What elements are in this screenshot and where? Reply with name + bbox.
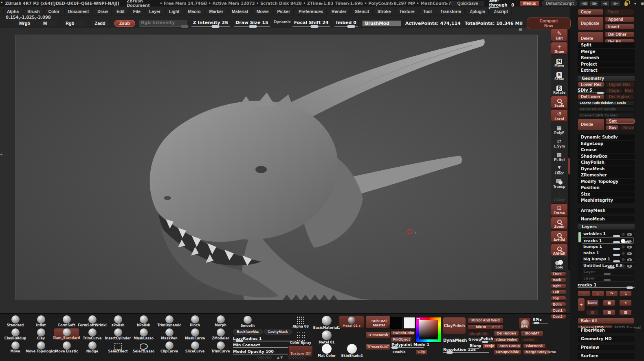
menu-item[interactable]: Draw [94,8,112,15]
suv-button[interactable]: Suv [606,125,619,130]
layer-row[interactable]: noise 1 [582,250,634,257]
layer-name-button[interactable]: Name [586,300,599,306]
polypaint-thumb[interactable] [391,346,398,349]
brush-item[interactable]: Clay [28,328,54,340]
view-button[interactable]: Front [551,271,566,276]
view-button[interactable]: Rght [551,284,566,288]
layer-row[interactable]: Untitled Layer 0.8 [582,263,634,269]
tpose-mesh-button[interactable]: TPoseMesh [365,332,391,338]
paste-button[interactable]: Paste [605,9,634,15]
menus-toggle-button[interactable]: Menus [519,0,540,6]
brush-item[interactable]: Move Elastic [54,341,79,353]
del-mt-button[interactable]: DelMT [521,337,538,343]
draw-size-thumb[interactable] [249,25,257,28]
layer-redo-button[interactable]: ↷ [605,291,618,297]
window-prev-icon[interactable]: ◂▣ [601,1,609,6]
menu-item[interactable]: Macro [185,8,204,15]
menu-item[interactable]: Edit [113,8,128,15]
tpose-subtool-button[interactable]: TPose▸SubT [365,343,391,350]
layers-header[interactable]: Layers [578,224,635,229]
panel-section-row[interactable]: Crease [578,147,635,153]
layers-scroll-indicator[interactable] [578,232,581,242]
del-higher-button[interactable]: Del Higher [606,94,635,99]
brush-item[interactable]: Nudge [79,341,105,353]
panel-section-row[interactable]: Remesh [578,55,635,61]
menu-item[interactable]: Light [165,8,183,15]
brush-item[interactable]: MaskPen [156,328,182,340]
higher-res-button[interactable]: Higher Res [606,82,635,87]
brush-item[interactable]: ClayBuildup [2,328,28,340]
point-selection-button[interactable]: ▩ Pt Sel [551,150,568,162]
layer-slider-thumb[interactable] [613,241,620,243]
menu-item[interactable]: Texture [396,8,418,15]
layer-intensity-dot[interactable] [622,245,625,249]
edit-mode-button[interactable]: ✎ Edit [551,29,568,41]
panel-section-row[interactable]: Dynamic Subdiv [578,134,635,140]
polish-thumb[interactable] [482,341,488,343]
reconstruct-subdiv-button[interactable]: Reconstruct Subdiv [578,106,635,112]
menu-item[interactable]: Zplugin [466,8,489,15]
z-intensity-slider[interactable]: Z Intensity 26 [191,20,230,27]
claypolish-button[interactable]: ClayPolish [443,317,466,334]
zoom-button[interactable]: Zoom [551,217,568,229]
del-other-button[interactable]: Del Other [605,31,634,37]
backface-mask-button[interactable]: BackfaceMa: [233,329,263,335]
floor-grid-button[interactable]: ▼ Floor [551,163,568,176]
shelf-scrollbar[interactable] [568,29,570,270]
store-mt-button[interactable]: StoreMT [521,331,543,336]
auto-group-button[interactable]: Auto Group [497,343,521,349]
layer-slider-thumb[interactable] [613,254,620,256]
material-metal[interactable]: Metal 01 [314,330,340,344]
texture-selector[interactable]: Texture Off [288,346,313,357]
insert-button[interactable]: Insert [605,24,634,30]
move-mode-button[interactable]: M Move [551,55,568,68]
copy-button[interactable]: Copy [578,9,604,15]
subtool-master-button[interactable]: SubTool Master [365,316,391,328]
panel-section-row[interactable]: Geometry HD [578,336,635,342]
layer-row[interactable]: Layer [582,275,634,282]
panel-section-row[interactable]: Modify Topology [578,179,635,185]
layer-visibility-eye-icon[interactable] [627,233,632,236]
color-picker[interactable] [415,317,441,343]
tray-scroll-arrows[interactable]: ▲▼ [272,355,288,360]
group-visible-button[interactable]: GroupVisible [494,350,521,355]
polyframe-button[interactable]: ▦ PolyF [551,123,568,135]
layer-row[interactable]: cracks 1 REC [582,238,634,244]
shelf-scroll-thumb[interactable] [568,158,570,174]
color-picker-gradient[interactable] [419,320,438,339]
switch-color-button[interactable]: SwitchColor [391,330,414,336]
frame-button[interactable]: ⊡ Frame [551,203,568,216]
sdiv-slider[interactable]: SDiv 5 [578,88,604,93]
compact-now-button[interactable]: Compact Now [527,18,571,29]
duplicate-layer-icon[interactable]: ▣ [603,300,615,306]
tray-scrollbar[interactable]: ▲▼ [257,356,305,359]
rgb-button[interactable]: Rgb [61,20,86,27]
menu-item[interactable]: Marker [206,8,227,15]
material-basic[interactable]: BasicMaterial2 [314,316,340,330]
layer-slider-thumb[interactable] [613,235,620,237]
brush-item[interactable]: SelectLasso [131,341,156,353]
imbed-slider[interactable]: Imbed 0 [334,20,358,27]
material-flat-color[interactable]: Flat Color [314,344,340,358]
focal-shift-thumb[interactable] [310,25,319,28]
brush-item[interactable]: Move [2,341,28,353]
menu-item[interactable]: Document [64,8,92,15]
view-button[interactable]: Back [551,277,566,282]
layer-slider-thumb[interactable] [608,266,615,269]
panel-section-row[interactable]: Preview [578,345,635,350]
divide-button[interactable]: Divide [578,119,604,130]
zsub-button[interactable]: Zsub [114,20,135,27]
panel-section-row[interactable]: MeshIntegrity [578,198,635,203]
scale-canvas-button[interactable]: Scale [551,96,568,108]
layer-page-icon[interactable]: ▤ [603,309,615,315]
menu-item[interactable]: Stroke [374,8,395,15]
brush-item[interactable]: TrimDynamic [156,315,182,327]
duplicate-button[interactable]: Duplicate [578,16,604,30]
lower-res-button[interactable]: Lower Res [578,82,604,87]
panel-section-row[interactable]: ArrayMesh [578,208,635,214]
layer-row[interactable]: bumps 1 [582,244,634,250]
proje-button[interactable]: Proje [482,343,495,349]
panel-section-row[interactable]: ClayPolish [578,160,635,165]
spix-thumb[interactable] [534,322,539,324]
menu-item[interactable]: Movie [253,8,273,15]
